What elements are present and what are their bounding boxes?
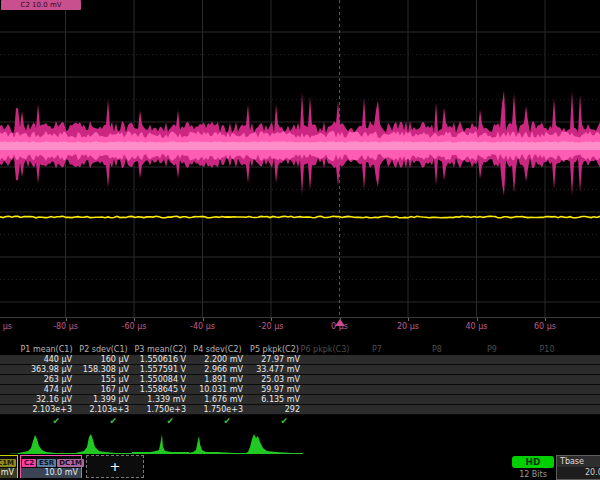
timebase-value: 20.0 µs/div — [557, 467, 600, 479]
histicon-strip — [0, 431, 600, 455]
measurement-value: 1.557591 V — [132, 365, 189, 374]
table-row-mean: 363.98 µV158.308 µV1.557591 V2.966 mV33.… — [0, 365, 600, 375]
c1-trace — [0, 216, 600, 218]
param-header[interactable]: P5 pkpk(C2) — [246, 345, 303, 355]
hd-mode-badge[interactable]: HD — [512, 456, 554, 468]
add-trace-button[interactable]: + — [86, 455, 144, 478]
c1-scale-value: 10.0 mV — [0, 468, 17, 478]
axis-tick-label: 60 µs — [534, 322, 556, 331]
axis-tick — [134, 318, 135, 321]
measurement-value: 1.750e+3 — [132, 405, 189, 414]
histicon-shape — [132, 434, 189, 454]
measurement-value: 155 µV — [75, 375, 132, 384]
time-axis: -100 µs-80 µs-60 µs-40 µs-20 µs0 µs20 µs… — [0, 317, 600, 336]
waveform-display[interactable]: C2 10.0 mV — [0, 0, 600, 317]
measurement-value: 160 µV — [75, 355, 132, 364]
oscilloscope-screen: C2 10.0 mV -100 µs-80 µs-60 µs-40 µs-20 … — [0, 0, 600, 480]
param-header-unused[interactable]: P6 pkpk(C3) — [301, 345, 350, 355]
c2-eres-badge: ESR — [37, 459, 56, 467]
measurement-value: 32.16 µV — [18, 395, 75, 404]
measurement-value: 263 µV — [18, 375, 75, 384]
measurement-value: 33.477 mV — [246, 365, 303, 374]
histicon-p1[interactable] — [18, 431, 75, 455]
param-header-unused[interactable]: P9 — [487, 345, 497, 355]
axis-tick-label: -20 µs — [259, 322, 284, 331]
axis-tick-label: -40 µs — [190, 322, 215, 331]
axis-tick — [66, 318, 67, 321]
measurement-value: 25.03 mV — [246, 375, 303, 384]
histicon-shape — [189, 436, 246, 454]
c2-coupling-badge: DC1M — [57, 459, 84, 467]
measurement-value: 27.97 mV — [246, 355, 303, 364]
histicon-shape — [75, 434, 132, 454]
measurement-value: 158.308 µV — [75, 365, 132, 374]
measurement-value: 59.97 mV — [246, 385, 303, 394]
param-header[interactable]: P2 sdev(C1) — [75, 345, 132, 355]
status-check-icon: ✔ — [246, 415, 303, 428]
trigger-position-marker[interactable] — [335, 319, 345, 326]
status-check-icon: ✔ — [18, 415, 75, 428]
c2-trace — [0, 141, 600, 150]
hd-bits-label: 12 Bits — [512, 470, 554, 479]
measurement-value: 167 µV — [75, 385, 132, 394]
axis-tick-label: -60 µs — [122, 322, 147, 331]
channel-c1-descriptor[interactable]: DC1M 10.0 mV — [0, 455, 18, 478]
axis-tick-label: 20 µs — [397, 322, 419, 331]
measurement-value: 292 — [246, 405, 303, 414]
measurement-value: 1.676 mV — [189, 395, 246, 404]
axis-tick-label: -80 µs — [53, 322, 78, 331]
measurement-value: 2.966 mV — [189, 365, 246, 374]
table-row-sdev: 32.16 µV1.399 µV1.339 mV1.676 mV6.135 mV — [0, 395, 600, 405]
status-check-icon: ✔ — [75, 415, 132, 428]
histicon-shape — [18, 435, 75, 454]
measurement-value: 2.103e+3 — [18, 405, 75, 414]
table-row-status: ✔✔✔✔✔ — [0, 415, 600, 430]
histicon-p5[interactable] — [246, 431, 303, 455]
table-row-value: 440 µV160 µV1.550616 V2.200 mV27.97 mV — [0, 355, 600, 365]
histicon-p3[interactable] — [132, 431, 189, 455]
measurement-value: 2.200 mV — [189, 355, 246, 364]
measurement-value: 1.399 µV — [75, 395, 132, 404]
status-check-icon: ✔ — [132, 415, 189, 428]
timebase-label: Tbase — [557, 456, 600, 467]
axis-tick — [545, 318, 546, 321]
histicon-p4[interactable] — [189, 431, 246, 455]
measurement-value: 474 µV — [18, 385, 75, 394]
status-check-icon: ✔ — [189, 415, 246, 428]
measurement-value: 1.339 mV — [132, 395, 189, 404]
channel-badge[interactable]: C2 10.0 mV — [1, 0, 81, 10]
measurement-value: 6.135 mV — [246, 395, 303, 404]
measurement-value: 10.031 mV — [189, 385, 246, 394]
bottom-bar: DC1M 10.0 mV C2 ESR DC1M 10.0 mV + HD 12… — [0, 455, 600, 480]
axis-tick — [477, 318, 478, 321]
table-row-num: 2.103e+32.103e+31.750e+31.750e+3292 — [0, 405, 600, 415]
param-header[interactable]: P1 mean(C1) — [18, 345, 75, 355]
histicon-shape — [246, 434, 303, 454]
measurement-value: 363.98 µV — [18, 365, 75, 374]
c2-label-badge: C2 — [22, 459, 36, 467]
measurement-table: P1 mean(C1)P2 sdev(C1)P3 mean(C2)P4 sdev… — [0, 345, 600, 430]
axis-tick — [203, 318, 204, 321]
param-header-unused[interactable]: P10 — [539, 345, 554, 355]
measurement-value: 440 µV — [18, 355, 75, 364]
measurement-value: 2.103e+3 — [75, 405, 132, 414]
axis-tick — [408, 318, 409, 321]
measurement-value: 1.550084 V — [132, 375, 189, 384]
measurement-value: 1.550616 V — [132, 355, 189, 364]
param-header[interactable]: P4 sdev(C2) — [189, 345, 246, 355]
c2-scale-value: 10.0 mV — [21, 468, 81, 478]
measurement-value: 1.891 mV — [189, 375, 246, 384]
channel-c2-descriptor[interactable]: C2 ESR DC1M 10.0 mV — [20, 455, 82, 478]
measurement-value: 1.750e+3 — [189, 405, 246, 414]
axis-tick-label: 40 µs — [466, 322, 488, 331]
measurement-value: 1.558645 V — [132, 385, 189, 394]
c1-coupling-badge: DC1M — [0, 459, 16, 467]
param-header[interactable]: P3 mean(C2) — [132, 345, 189, 355]
histicon-p2[interactable] — [75, 431, 132, 455]
param-header-unused[interactable]: P8 — [432, 345, 442, 355]
timebase-descriptor[interactable]: Tbase 20.0 µs/div — [556, 455, 600, 480]
table-row-max: 474 µV167 µV1.558645 V10.031 mV59.97 mV — [0, 385, 600, 395]
table-row-min: 263 µV155 µV1.550084 V1.891 mV25.03 mV — [0, 375, 600, 385]
param-header-unused[interactable]: P7 — [372, 345, 382, 355]
axis-tick — [271, 318, 272, 321]
